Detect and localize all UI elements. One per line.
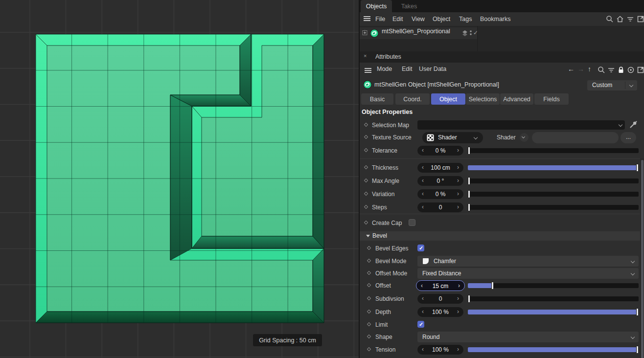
back-arrow-icon[interactable]: ←	[568, 65, 575, 73]
close-icon[interactable]: ×	[364, 53, 367, 59]
stepper-increment[interactable]: ›	[457, 164, 459, 171]
subdivision-value[interactable]: 0	[417, 295, 463, 302]
slider-handle[interactable]	[636, 346, 639, 354]
offset-mode-dropdown[interactable]: Fixed Distance	[417, 268, 639, 279]
depth-stepper[interactable]: ‹ 100 % ›	[417, 307, 463, 317]
max-angle-value[interactable]: 0 °	[417, 178, 463, 184]
bevel-group-header[interactable]: Bevel	[360, 231, 640, 241]
steps-stepper[interactable]: ‹ 0 ›	[417, 202, 463, 212]
steps-slider[interactable]	[468, 205, 639, 210]
texture-source-dropdown[interactable]: Shader	[422, 132, 483, 143]
scrollbar-thumb[interactable]	[641, 160, 644, 358]
objects-menu-bookmarks[interactable]: Bookmarks	[480, 16, 511, 22]
shader-browse-button[interactable]: ...	[621, 132, 636, 143]
slider-handle[interactable]	[468, 190, 470, 198]
stepper-increment[interactable]: ›	[457, 346, 459, 353]
search-icon[interactable]	[606, 15, 614, 23]
tension-stepper[interactable]: ‹ 100 % ›	[417, 345, 463, 355]
shellgen-object-icon[interactable]	[370, 29, 378, 37]
eyedropper-icon[interactable]	[629, 120, 638, 129]
objects-menu-tags[interactable]: Tags	[459, 16, 472, 22]
slider-track[interactable]	[468, 179, 639, 183]
mesh-object[interactable]	[36, 34, 324, 323]
tension-value[interactable]: 100 %	[417, 346, 463, 353]
stepper-increment[interactable]: ›	[457, 295, 459, 302]
slider-handle[interactable]	[636, 164, 639, 172]
tolerance-value[interactable]: 0 %	[417, 147, 463, 154]
shader-options-button[interactable]	[520, 133, 529, 142]
stepper-increment[interactable]: ›	[457, 308, 459, 315]
home-icon[interactable]	[616, 15, 624, 23]
tab-object[interactable]: Object	[431, 93, 465, 105]
tab-advanced[interactable]: Advanced	[500, 93, 533, 105]
create-cap-checkbox[interactable]	[409, 219, 415, 226]
subdivision-slider[interactable]	[468, 296, 639, 301]
attr-menu-userdata[interactable]: User Data	[419, 66, 446, 72]
steps-value[interactable]: 0	[417, 204, 463, 211]
lock-icon[interactable]	[617, 66, 625, 74]
variation-slider[interactable]	[468, 192, 639, 197]
depth-value[interactable]: 100 %	[417, 309, 463, 315]
slider-handle[interactable]	[636, 308, 639, 316]
offset-value[interactable]: 15 cm	[416, 283, 464, 290]
tension-slider[interactable]	[468, 347, 639, 352]
variation-value[interactable]: 0 %	[417, 191, 463, 198]
stepper-increment[interactable]: ›	[457, 190, 459, 197]
stepper-increment[interactable]: ›	[457, 177, 459, 184]
stepper-increment[interactable]: ›	[457, 203, 459, 210]
enable-check-icon[interactable]: ✓	[473, 29, 481, 37]
3d-viewport[interactable]: Grid Spacing : 50 cm	[0, 0, 359, 358]
tolerance-slider[interactable]	[468, 148, 639, 153]
slider-handle[interactable]	[468, 203, 470, 211]
hamburger-icon[interactable]	[364, 16, 370, 17]
slider-track[interactable]	[468, 148, 639, 153]
slider-track[interactable]	[468, 192, 639, 197]
undock-panel-icon[interactable]	[637, 66, 644, 74]
limit-checkbox[interactable]	[417, 321, 424, 328]
tab-objects[interactable]: Objects	[361, 0, 392, 12]
tab-basic[interactable]: Basic	[361, 93, 393, 105]
shader-link-field[interactable]	[532, 132, 619, 143]
tab-takes[interactable]: Takes	[394, 0, 424, 12]
slider-handle[interactable]	[491, 282, 494, 290]
objects-menu-edit[interactable]: Edit	[392, 16, 403, 22]
objects-menu-file[interactable]: File	[375, 16, 385, 22]
thickness-stepper[interactable]: ‹ 100 cm ›	[417, 163, 463, 173]
filter-icon[interactable]	[626, 15, 634, 23]
offset-slider[interactable]	[468, 283, 639, 288]
thickness-value[interactable]: 100 cm	[417, 164, 463, 171]
thickness-slider[interactable]	[468, 165, 639, 170]
target-icon[interactable]	[627, 66, 635, 74]
selection-map-field[interactable]	[417, 120, 625, 130]
up-arrow-icon[interactable]: ↑	[588, 65, 596, 73]
tolerance-stepper[interactable]: ‹ 0 % ›	[417, 146, 463, 156]
depth-slider[interactable]	[468, 310, 639, 314]
shape-dropdown[interactable]: Round	[417, 332, 639, 342]
objects-menu-view[interactable]: View	[412, 16, 425, 22]
tab-fields[interactable]: Fields	[534, 93, 569, 105]
slider-handle[interactable]	[468, 177, 470, 185]
tab-coord[interactable]: Coord.	[395, 93, 430, 105]
variation-stepper[interactable]: ‹ 0 % ›	[417, 189, 463, 199]
subdivision-stepper[interactable]: ‹ 0 ›	[417, 294, 463, 304]
tree-expander-icon[interactable]	[362, 30, 370, 38]
stepper-increment[interactable]: ›	[458, 282, 460, 289]
offset-stepper[interactable]: ‹ 15 cm ›	[416, 280, 465, 291]
slider-handle[interactable]	[468, 295, 470, 303]
tab-selections[interactable]: Selections	[466, 93, 500, 105]
layer-stack-icon[interactable]	[461, 30, 469, 38]
max-angle-stepper[interactable]: ‹ 0 ° ›	[417, 176, 463, 186]
preset-dropdown[interactable]: Custom	[587, 80, 637, 90]
tree-item-label[interactable]: mtShellGen_Proportional	[382, 28, 450, 35]
attr-menu-mode[interactable]: Mode	[377, 66, 392, 72]
max-angle-slider[interactable]	[468, 179, 639, 183]
attr-menu-edit[interactable]: Edit	[402, 66, 413, 72]
search-icon[interactable]	[598, 66, 605, 74]
stepper-increment[interactable]: ›	[457, 147, 459, 154]
slider-handle[interactable]	[468, 147, 470, 155]
forward-arrow-icon[interactable]: →	[577, 65, 585, 73]
bevel-edges-checkbox[interactable]	[417, 245, 424, 251]
viewport-canvas[interactable]	[0, 0, 359, 358]
filter-icon[interactable]	[607, 66, 615, 74]
hamburger-icon[interactable]	[365, 68, 371, 69]
